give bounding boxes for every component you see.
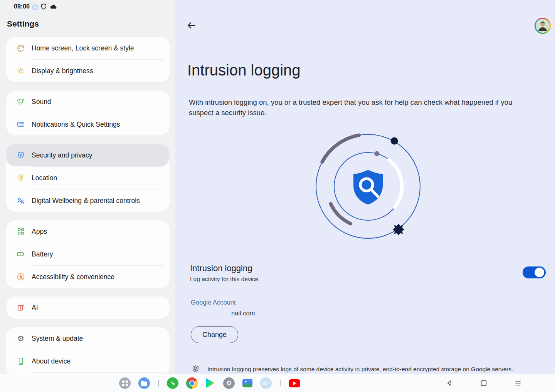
settings-card: AppsBatteryAccessibility & convenience bbox=[6, 220, 170, 288]
shield-icon bbox=[16, 151, 25, 160]
footnote: Intrusion logging preserves logs of some… bbox=[192, 365, 538, 375]
pin-icon bbox=[16, 173, 25, 183]
translucent-app-icon[interactable] bbox=[260, 377, 272, 389]
encrypted-storage-icon bbox=[192, 365, 200, 375]
sidebar-item-label: System & update bbox=[32, 335, 83, 343]
sidebar-item-system-update[interactable]: ⚙System & update bbox=[6, 327, 170, 350]
ai-icon bbox=[16, 303, 25, 312]
divider bbox=[31, 372, 164, 373]
nav-back-icon[interactable] bbox=[446, 379, 453, 387]
toggle-row-title: Intrusion logging bbox=[190, 263, 252, 273]
nav-recents-icon[interactable] bbox=[514, 379, 522, 387]
sidebar-item-security-and-privacy[interactable]: Security and privacy bbox=[6, 144, 170, 166]
change-account-button[interactable]: Change bbox=[191, 326, 238, 343]
avatar-photo bbox=[536, 19, 550, 33]
sidebar-item-label: Security and privacy bbox=[32, 151, 92, 159]
sidebar-item-notifications-quick-settings[interactable]: Notifications & Quick Settings bbox=[6, 113, 170, 136]
intrusion-illustration bbox=[310, 129, 426, 244]
phone-icon[interactable] bbox=[167, 377, 178, 389]
taskbar: ⚙ bbox=[0, 374, 555, 392]
account-email: nail.com bbox=[231, 310, 255, 317]
youtube-icon[interactable] bbox=[289, 379, 300, 387]
play-store-icon[interactable] bbox=[205, 378, 215, 389]
status-left-icons bbox=[32, 3, 57, 11]
settings-icon[interactable]: ⚙ bbox=[223, 377, 235, 389]
sidebar-item-label: Home screen, Lock screen & style bbox=[32, 44, 134, 52]
sidebar-item-digital-wellbeing-parental-controls[interactable]: Digital Wellbeing & parental controls bbox=[6, 189, 170, 212]
gear-icon: ⚙ bbox=[16, 334, 25, 343]
bell-icon bbox=[16, 97, 25, 106]
settings-menu: Home screen, Lock screen & styleDisplay … bbox=[6, 37, 170, 376]
toggle-row-subtitle: Log activity for this device bbox=[190, 276, 258, 283]
dock-apps: ⚙ bbox=[119, 374, 300, 392]
shield-status-icon bbox=[41, 3, 47, 11]
sidebar-item-label: Battery bbox=[32, 250, 53, 258]
people-icon bbox=[16, 196, 25, 205]
phone-icon bbox=[16, 357, 25, 366]
sidebar-item-location[interactable]: Location bbox=[6, 167, 170, 189]
settings-card: Home screen, Lock screen & styleDisplay … bbox=[6, 37, 170, 82]
sidebar-item-about-device[interactable]: About device bbox=[6, 350, 170, 372]
account-avatar[interactable] bbox=[535, 18, 551, 34]
gallery-icon[interactable] bbox=[242, 379, 252, 387]
sidebar-item-sound[interactable]: Sound bbox=[6, 90, 170, 113]
clock: 09:06 bbox=[14, 3, 30, 10]
sidebar-item-ai[interactable]: AI bbox=[6, 297, 170, 319]
divider bbox=[158, 380, 159, 386]
accessibility-icon bbox=[16, 272, 25, 281]
palette-icon bbox=[16, 44, 25, 53]
settings-card: AI bbox=[6, 297, 170, 319]
sidebar-item-label: Digital Wellbeing & parental controls bbox=[32, 197, 140, 205]
app-drawer-icon[interactable] bbox=[119, 377, 131, 389]
back-arrow-icon[interactable] bbox=[185, 20, 197, 32]
chrome-icon[interactable] bbox=[186, 377, 198, 389]
settings-card: ⚙System & updateAbout device bbox=[6, 327, 170, 376]
google-account-link[interactable]: Google Account bbox=[191, 299, 236, 306]
sidebar-item-label: AI bbox=[32, 304, 38, 312]
sidebar-item-label: Notifications & Quick Settings bbox=[32, 121, 120, 129]
sidebar-item-display-brightness[interactable]: Display & brightness bbox=[6, 60, 170, 82]
battery-icon bbox=[16, 250, 25, 259]
sidebar-item-home-screen-lock-screen-style[interactable]: Home screen, Lock screen & style bbox=[6, 37, 170, 59]
sidebar-item-label: Location bbox=[32, 174, 57, 182]
sidebar-item-label: Display & brightness bbox=[32, 67, 93, 75]
sidebar-item-label: About device bbox=[32, 357, 71, 365]
sidebar-item-label: Apps bbox=[32, 228, 47, 236]
notifcard-icon bbox=[16, 120, 25, 129]
nav-home-icon[interactable] bbox=[480, 379, 488, 387]
intrusion-logging-toggle[interactable] bbox=[523, 266, 546, 278]
sidebar-item-label: Sound bbox=[32, 98, 51, 106]
page-title: Intrusion logging bbox=[187, 62, 301, 79]
page-title-settings: Settings bbox=[7, 19, 39, 28]
sidebar-item-label: Accessibility & convenience bbox=[32, 273, 114, 281]
cloud-icon bbox=[50, 4, 57, 11]
sidebar-item-battery[interactable]: Battery bbox=[6, 243, 170, 265]
divider bbox=[279, 380, 281, 386]
footnote-text: Intrusion logging preserves logs of some… bbox=[207, 365, 513, 373]
grid-icon bbox=[16, 227, 25, 236]
intrusion-logging-panel: Intrusion logging With intrusion logging… bbox=[175, 0, 555, 392]
sidebar-item-accessibility-convenience[interactable]: Accessibility & convenience bbox=[6, 266, 170, 288]
settings-card: SoundNotifications & Quick Settings bbox=[6, 90, 170, 136]
page-description: With intrusion logging on, you or a trus… bbox=[189, 97, 528, 118]
sidebar-item-apps[interactable]: Apps bbox=[6, 220, 170, 243]
toggle-knob bbox=[535, 268, 544, 277]
sun-icon bbox=[16, 66, 25, 75]
notification-app-icon bbox=[32, 5, 38, 10]
files-icon[interactable] bbox=[138, 377, 150, 389]
settings-card: Security and privacyLocationDigital Well… bbox=[6, 144, 170, 212]
